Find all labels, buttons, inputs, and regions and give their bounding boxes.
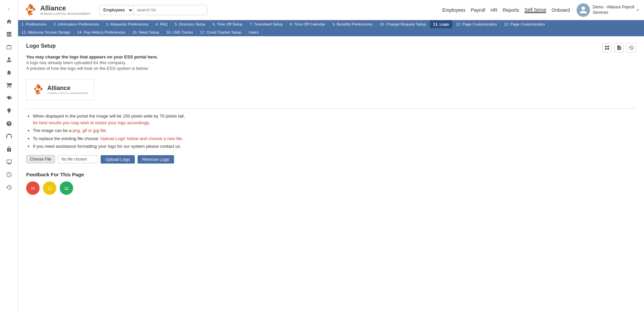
svg-marker-5 xyxy=(33,7,35,11)
sidebar-bell-icon[interactable] xyxy=(2,66,16,79)
happy-face-icon xyxy=(62,184,70,192)
tab-covid-tracker[interactable]: 17. Covid Tracker Setup xyxy=(197,28,245,36)
nav-hr[interactable]: HR xyxy=(491,7,497,13)
feedback-happy[interactable] xyxy=(60,181,73,195)
tab-page-custom-2[interactable]: 12. Page Customization xyxy=(501,20,549,28)
sidebar-person-icon[interactable] xyxy=(2,54,16,66)
svg-marker-1 xyxy=(28,3,31,6)
tab-faq[interactable]: 4. FAQ xyxy=(152,20,171,28)
svg-marker-15 xyxy=(41,87,42,91)
sidebar: › xyxy=(0,0,18,312)
brand-sub: HUMAN CAPITAL MANAGEMENT xyxy=(40,12,91,16)
file-name-display: No file chosen xyxy=(58,155,98,163)
feedback-title: Feedback For This Page xyxy=(26,172,636,177)
bullet-1: When displayed in the portal the image w… xyxy=(33,113,636,126)
sidebar-briefcase-icon[interactable] xyxy=(2,41,16,53)
svg-marker-13 xyxy=(38,86,41,89)
svg-point-24 xyxy=(48,187,49,188)
sidebar-chart-icon[interactable] xyxy=(2,28,16,40)
svg-marker-14 xyxy=(34,87,36,91)
feedback-neutral[interactable] xyxy=(43,181,56,195)
bullet-3: To replace the existing file choose 'Upl… xyxy=(33,135,636,142)
sidebar-shopping-icon[interactable] xyxy=(2,79,16,91)
user-dropdown-arrow[interactable]: ▾ xyxy=(637,8,639,12)
bullet-1-highlight: for best results you may wish to resize … xyxy=(33,120,150,125)
info-line2: A preview of how the logo will look on t… xyxy=(26,66,636,71)
info-line1: A logo has already been uploaded for thi… xyxy=(26,60,636,65)
search-area: Employees xyxy=(99,5,207,15)
feedback-section: Feedback For This Page xyxy=(26,172,636,195)
alliance-preview-logo-icon xyxy=(32,83,45,96)
svg-point-20 xyxy=(30,185,36,191)
nav-payroll[interactable]: Payroll xyxy=(471,7,485,13)
document-view-icon[interactable] xyxy=(614,43,624,52)
nav-self-serve[interactable]: Self Serve xyxy=(525,7,546,13)
sidebar-monitor-icon[interactable] xyxy=(2,156,16,168)
tab-welcome-screen[interactable]: 13. Welcome Screen Design xyxy=(18,28,74,36)
sidebar-clock-icon[interactable] xyxy=(2,169,16,181)
svg-marker-12 xyxy=(36,86,38,89)
sidebar-lock-icon[interactable] xyxy=(2,143,16,155)
svg-marker-9 xyxy=(31,12,33,15)
info-bold: You may change the logo that appears on … xyxy=(26,54,636,59)
grid-view-icon[interactable] xyxy=(602,43,612,52)
sidebar-bulb-icon[interactable] xyxy=(2,105,16,117)
nav-onboard[interactable]: Onboard xyxy=(551,7,570,13)
preview-brand-name: Alliance xyxy=(47,85,89,92)
bullet-2-highlight: png, gif or jpg file. xyxy=(73,128,107,133)
search-input[interactable] xyxy=(133,5,207,15)
header: Alliance HUMAN CAPITAL MANAGEMENT Employ… xyxy=(18,0,644,20)
preview-brand-sub: HUMAN CAPITAL MANAGEMENT xyxy=(47,92,89,95)
tab-requests-prefs[interactable]: 3. Requests Preferences xyxy=(103,20,152,28)
tab-time-off-setup[interactable]: 6. Time Off Setup xyxy=(209,20,246,28)
svg-marker-19 xyxy=(38,92,41,94)
tab-pay-history[interactable]: 14. Pay History Preferences xyxy=(74,28,129,36)
tab-logo[interactable]: 11. Logo xyxy=(430,20,452,28)
employee-select[interactable]: Employees xyxy=(99,5,133,15)
divider xyxy=(26,108,636,109)
tab-directory-setup[interactable]: 5. Directory Setup xyxy=(171,20,209,28)
nav-employees[interactable]: Employees xyxy=(442,7,466,13)
tab-bar-row1: 1. Preferences 2. Information Preference… xyxy=(18,20,644,28)
tab-page-custom-1[interactable]: 12. Page Customization xyxy=(453,20,501,28)
svg-point-28 xyxy=(65,187,66,188)
tab-users[interactable]: Users xyxy=(245,28,262,36)
svg-marker-10 xyxy=(38,84,41,86)
file-upload-area: Choose File No file chosen Upload Logo R… xyxy=(26,155,636,164)
bullet-2: The image can be a png, gif or jpg file. xyxy=(33,127,636,134)
choose-file-button[interactable]: Choose File xyxy=(26,155,55,163)
sidebar-expand-icon[interactable]: › xyxy=(2,3,16,15)
logo-preview: Alliance HUMAN CAPITAL MANAGEMENT xyxy=(26,79,94,100)
tab-benefits-prefs[interactable]: 9. Benefits Preferences xyxy=(329,20,376,28)
content-header-icons xyxy=(602,43,636,52)
info-section: You may change the logo that appears on … xyxy=(26,54,636,71)
tab-bar-row2: 13. Welcome Screen Design 14. Pay Histor… xyxy=(18,28,644,36)
remove-logo-button[interactable]: Remove Logo xyxy=(138,155,174,164)
svg-point-27 xyxy=(63,185,70,191)
nav-reports[interactable]: Reports xyxy=(503,7,519,13)
tab-timesheet-setup[interactable]: 7. Timesheet Setup xyxy=(246,20,286,28)
bullet-list: When displayed in the portal the image w… xyxy=(33,113,636,150)
sidebar-question-icon[interactable] xyxy=(2,118,16,130)
svg-marker-2 xyxy=(28,6,31,9)
app-logo: Alliance HUMAN CAPITAL MANAGEMENT xyxy=(23,3,91,17)
tab-info-prefs[interactable]: 2. Information Preferences xyxy=(50,20,103,28)
brand-name: Alliance xyxy=(40,4,91,12)
tab-preferences[interactable]: 1. Preferences xyxy=(18,20,50,28)
svg-marker-11 xyxy=(36,84,38,86)
sidebar-headset-icon[interactable] xyxy=(2,130,16,142)
sidebar-history-icon[interactable] xyxy=(2,181,16,193)
svg-point-25 xyxy=(50,187,51,188)
svg-point-22 xyxy=(34,187,35,188)
alliance-preview-logo: Alliance HUMAN CAPITAL MANAGEMENT xyxy=(32,83,89,96)
history-view-icon[interactable] xyxy=(627,43,636,52)
upload-logo-button[interactable]: Upload Logo xyxy=(101,155,135,164)
tab-time-off-cal[interactable]: 8. Time Off Calendar xyxy=(286,20,329,28)
feedback-sad[interactable] xyxy=(26,181,40,195)
tab-need-setup[interactable]: 15. Need Setup xyxy=(129,28,163,36)
tab-change-request[interactable]: 10. Change Request Setup xyxy=(376,20,430,28)
sidebar-graduation-icon[interactable] xyxy=(2,92,16,104)
svg-marker-17 xyxy=(38,90,41,92)
sidebar-home-icon[interactable] xyxy=(2,15,16,28)
tab-lms-tracks[interactable]: 16. LMS Tracks xyxy=(163,28,197,36)
